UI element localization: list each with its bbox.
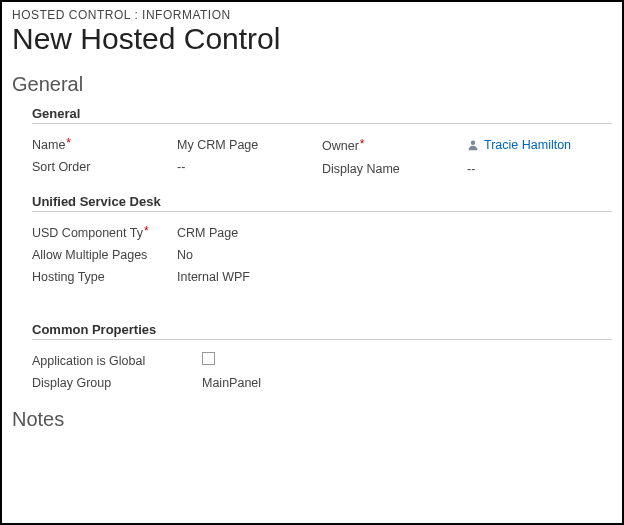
field-display-group-value[interactable]: MainPanel [202,372,322,394]
section-general: General Name* My CRM Page Sort Order -- … [32,106,612,180]
field-allow-multiple-label: Allow Multiple Pages [32,244,177,266]
section-usd-title: Unified Service Desk [32,194,612,212]
field-hosting-type[interactable]: Hosting Type Internal WPF [32,266,322,288]
field-sort-order-value[interactable]: -- [177,156,322,178]
field-display-group-label: Display Group [32,372,202,394]
required-icon: * [360,137,365,151]
field-allow-multiple-value[interactable]: No [177,244,322,266]
section-common-title: Common Properties [32,322,612,340]
app-is-global-checkbox[interactable] [202,352,215,365]
required-icon: * [144,224,149,238]
tab-general[interactable]: General [12,73,612,96]
section-common: Common Properties Application is Global … [32,322,612,394]
field-app-is-global-label: Application is Global [32,350,202,372]
tab-notes[interactable]: Notes [12,408,612,431]
field-display-name[interactable]: Display Name -- [322,158,612,180]
field-owner-label: Owner* [322,135,467,157]
field-sort-order-label: Sort Order [32,156,177,178]
field-hosting-type-label: Hosting Type [32,266,177,288]
field-component-type-label: USD Component Ty* [32,222,177,244]
field-sort-order[interactable]: Sort Order -- [32,156,322,178]
field-display-name-value[interactable]: -- [467,158,612,180]
person-icon [467,139,479,151]
field-display-group[interactable]: Display Group MainPanel [32,372,322,394]
page-title: New Hosted Control [12,22,612,55]
field-owner[interactable]: Owner* Tracie Hamilton [322,134,612,158]
field-hosting-type-value[interactable]: Internal WPF [177,266,322,288]
svg-point-0 [471,141,476,146]
field-name-label: Name* [32,134,177,156]
field-component-type[interactable]: USD Component Ty* CRM Page [32,222,322,244]
field-component-type-value[interactable]: CRM Page [177,222,322,244]
field-name[interactable]: Name* My CRM Page [32,134,322,156]
field-app-is-global[interactable]: Application is Global [32,350,322,372]
section-usd: Unified Service Desk USD Component Ty* C… [32,194,612,288]
required-icon: * [66,136,71,150]
form-frame: HOSTED CONTROL : INFORMATION New Hosted … [0,0,624,525]
field-name-value[interactable]: My CRM Page [177,134,322,156]
field-display-name-label: Display Name [322,158,467,180]
breadcrumb: HOSTED CONTROL : INFORMATION [12,8,612,22]
field-allow-multiple[interactable]: Allow Multiple Pages No [32,244,322,266]
section-general-title: General [32,106,612,124]
owner-link[interactable]: Tracie Hamilton [484,134,571,156]
